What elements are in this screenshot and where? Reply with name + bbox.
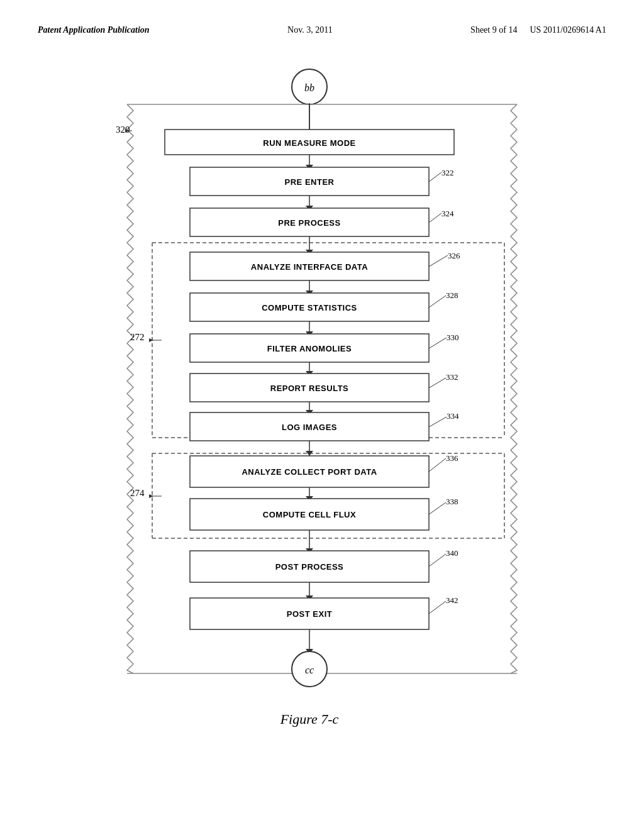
svg-text:PRE PROCESS: PRE PROCESS xyxy=(278,218,340,228)
svg-text:POST PROCESS: POST PROCESS xyxy=(275,562,344,572)
svg-line-57 xyxy=(429,417,447,427)
svg-text:320: 320 xyxy=(116,124,130,135)
svg-text:328: 328 xyxy=(446,290,458,300)
svg-text:322: 322 xyxy=(441,168,454,177)
svg-text:Figure 7-c: Figure 7-c xyxy=(280,711,339,727)
svg-text:LOG IMAGES: LOG IMAGES xyxy=(282,423,337,432)
svg-text:ANALYZE INTERFACE DATA: ANALYZE INTERFACE DATA xyxy=(251,262,368,272)
svg-line-45 xyxy=(429,338,447,348)
svg-text:ANALYZE COLLECT PORT DATA: ANALYZE COLLECT PORT DATA xyxy=(242,467,377,477)
svg-line-70 xyxy=(429,458,446,472)
date-label: Nov. 3, 2011 xyxy=(287,25,333,35)
diagram-area: bb RUN MEASURE MODE xyxy=(64,54,580,746)
svg-line-14 xyxy=(429,172,441,182)
svg-text:336: 336 xyxy=(446,453,458,463)
svg-text:338: 338 xyxy=(446,497,458,506)
sheet-label: Sheet 9 of 14 xyxy=(470,25,517,35)
publication-label: Patent Application Publication xyxy=(38,25,150,35)
svg-text:POST EXIT: POST EXIT xyxy=(287,609,332,619)
svg-marker-27 xyxy=(149,338,153,342)
svg-text:274: 274 xyxy=(130,488,145,498)
svg-text:340: 340 xyxy=(446,548,458,558)
svg-text:330: 330 xyxy=(447,333,459,342)
svg-line-20 xyxy=(429,213,441,223)
svg-text:cc: cc xyxy=(305,665,314,675)
svg-text:REPORT RESULTS: REPORT RESULTS xyxy=(270,384,349,393)
page: Patent Application Publication Nov. 3, 2… xyxy=(0,0,644,830)
svg-line-88 xyxy=(429,601,446,614)
svg-marker-65 xyxy=(149,494,153,498)
svg-line-82 xyxy=(429,554,446,567)
svg-line-51 xyxy=(429,378,446,388)
svg-text:272: 272 xyxy=(130,332,145,342)
svg-text:COMPUTE CELL  FLUX: COMPUTE CELL FLUX xyxy=(263,510,356,519)
svg-line-76 xyxy=(429,502,446,514)
svg-text:334: 334 xyxy=(447,411,459,421)
patent-label: US 2011/0269614 A1 xyxy=(530,25,606,35)
svg-text:326: 326 xyxy=(448,251,460,260)
svg-text:bb: bb xyxy=(304,82,314,93)
svg-text:324: 324 xyxy=(441,209,454,218)
svg-line-39 xyxy=(429,296,446,307)
svg-text:342: 342 xyxy=(446,595,458,605)
svg-text:332: 332 xyxy=(446,372,458,382)
svg-text:RUN MEASURE MODE: RUN MEASURE MODE xyxy=(263,138,355,148)
svg-text:FILTER ANOMOLIES: FILTER ANOMOLIES xyxy=(267,344,352,353)
svg-text:COMPUTE STATISTICS: COMPUTE STATISTICS xyxy=(262,303,357,313)
svg-line-33 xyxy=(429,255,448,267)
svg-text:PRE ENTER: PRE ENTER xyxy=(285,177,335,187)
page-header: Patent Application Publication Nov. 3, 2… xyxy=(38,25,606,35)
